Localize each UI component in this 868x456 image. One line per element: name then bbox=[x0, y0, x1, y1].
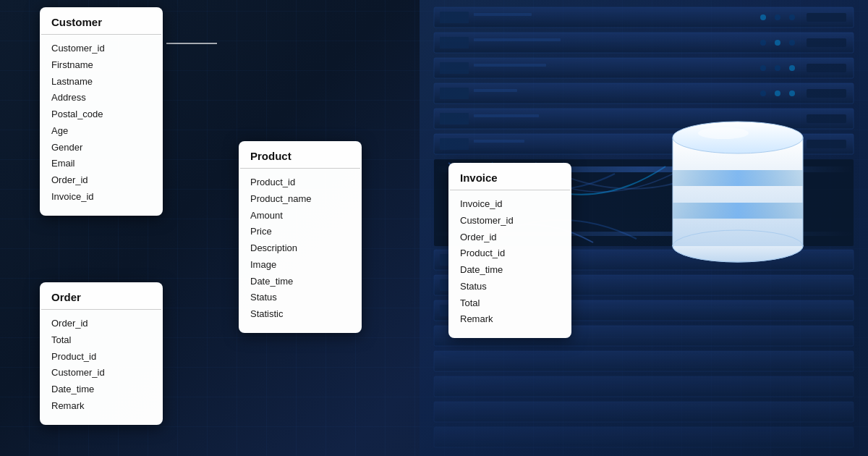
invoice-field-7: Remark bbox=[460, 311, 560, 328]
customer-field-5: Age bbox=[51, 123, 151, 140]
product-field-3: Price bbox=[250, 224, 350, 240]
svg-rect-66 bbox=[673, 203, 803, 219]
customer-table-header: Customer bbox=[41, 9, 161, 35]
customer-table-title: Customer bbox=[51, 16, 102, 28]
invoice-table-title: Invoice bbox=[460, 172, 498, 184]
order-table-body: Order_id Total Product_id Customer_id Da… bbox=[41, 310, 161, 423]
order-field-3: Customer_id bbox=[51, 365, 151, 381]
product-table: Product Product_id Product_name Amount P… bbox=[239, 141, 362, 333]
order-field-0: Order_id bbox=[51, 316, 151, 332]
invoice-field-1: Customer_id bbox=[460, 213, 560, 229]
product-field-2: Amount bbox=[250, 208, 350, 224]
product-field-1: Product_name bbox=[250, 191, 350, 208]
invoice-table-header: Invoice bbox=[450, 164, 570, 190]
product-field-4: Description bbox=[250, 240, 350, 257]
product-field-8: Statistic bbox=[250, 306, 350, 323]
invoice-field-4: Date_time bbox=[460, 262, 560, 279]
content-area: Customer Customer_id Firstname Lastname … bbox=[0, 0, 868, 456]
product-field-7: Status bbox=[250, 290, 350, 306]
customer-field-4: Postal_code bbox=[51, 106, 151, 123]
invoice-table: Invoice Invoice_id Customer_id Order_id … bbox=[448, 163, 571, 338]
product-table-header: Product bbox=[240, 143, 360, 169]
invoice-field-5: Status bbox=[460, 279, 560, 295]
customer-field-9: Invoice_id bbox=[51, 189, 151, 206]
invoice-field-2: Order_id bbox=[460, 229, 560, 246]
product-table-body: Product_id Product_name Amount Price Des… bbox=[240, 169, 360, 332]
customer-table: Customer Customer_id Firstname Lastname … bbox=[40, 7, 163, 216]
svg-rect-65 bbox=[673, 170, 803, 186]
customer-field-1: Firstname bbox=[51, 57, 151, 74]
invoice-field-6: Total bbox=[460, 295, 560, 312]
customer-field-7: Email bbox=[51, 156, 151, 172]
product-field-6: Date_time bbox=[250, 274, 350, 290]
invoice-table-body: Invoice_id Customer_id Order_id Product_… bbox=[450, 190, 570, 337]
invoice-field-0: Invoice_id bbox=[460, 196, 560, 213]
customer-field-0: Customer_id bbox=[51, 41, 151, 57]
order-field-1: Total bbox=[51, 332, 151, 349]
customer-field-8: Order_id bbox=[51, 172, 151, 189]
customer-table-body: Customer_id Firstname Lastname Address P… bbox=[41, 35, 161, 214]
order-field-2: Product_id bbox=[51, 349, 151, 366]
invoice-field-3: Product_id bbox=[460, 245, 560, 262]
order-table-title: Order bbox=[51, 291, 81, 303]
order-table-header: Order bbox=[41, 284, 161, 310]
customer-field-3: Address bbox=[51, 90, 151, 106]
svg-point-68 bbox=[698, 127, 749, 139]
order-table: Order Order_id Total Product_id Customer… bbox=[40, 282, 163, 425]
product-field-5: Image bbox=[250, 257, 350, 274]
order-field-5: Remark bbox=[51, 398, 151, 415]
product-field-0: Product_id bbox=[250, 174, 350, 191]
order-field-4: Date_time bbox=[51, 381, 151, 398]
customer-field-6: Gender bbox=[51, 140, 151, 156]
product-table-title: Product bbox=[250, 150, 292, 162]
database-icon bbox=[665, 101, 810, 268]
customer-field-2: Lastname bbox=[51, 74, 151, 90]
